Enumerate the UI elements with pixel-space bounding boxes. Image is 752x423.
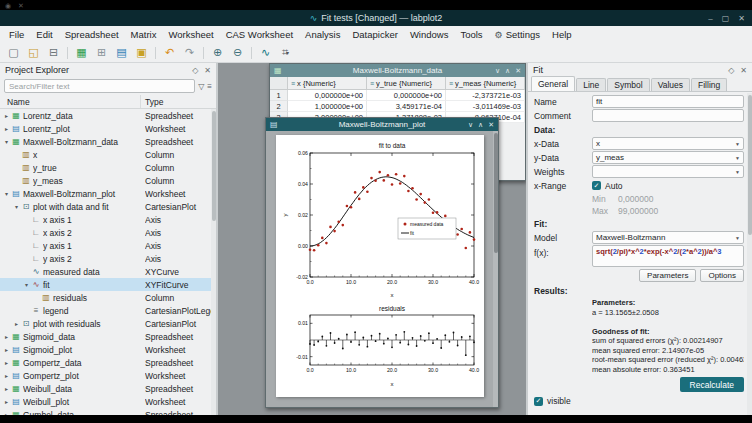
- menu-worksheet[interactable]: Worksheet: [162, 26, 219, 43]
- tree-item-fit[interactable]: ▾∿fitXYFitCurve: [0, 278, 216, 291]
- formula-field[interactable]: sqrt(2/pi)*x^2*exp(-x^2/(2*a^2))/a^3: [592, 245, 744, 267]
- column-header-y-true[interactable]: ≡y_true {Numeric}: [367, 77, 446, 90]
- column-header-type[interactable]: Type: [141, 97, 216, 107]
- tree-expander-icon[interactable]: ▸: [12, 320, 21, 327]
- new-worksheet-button[interactable]: ▤: [112, 44, 131, 61]
- restore-icon[interactable]: ∧: [505, 67, 510, 75]
- tree-item-y-axis-2[interactable]: ∟y axis 2Axis: [0, 252, 216, 265]
- shade-icon[interactable]: ∨: [495, 67, 500, 75]
- filter-options-icon[interactable]: ≡: [207, 82, 212, 91]
- spreadsheet-cell[interactable]: 0,000000e+00: [288, 90, 367, 101]
- search-input[interactable]: [4, 79, 195, 93]
- tree-item-plot-with-data-and-fit[interactable]: ▾⊡plot with data and fitCartesianPlot: [0, 200, 216, 213]
- spreadsheet-window-titlebar[interactable]: ▦ Maxwell-Boltzmann_data ∨∧✕: [270, 64, 525, 77]
- maximize-icon[interactable]: ▢: [722, 14, 730, 23]
- parameters-button[interactable]: Parameters: [639, 269, 696, 282]
- zoom-in-button[interactable]: ⊕: [208, 44, 227, 61]
- new-matrix-button[interactable]: ⊞: [92, 44, 111, 61]
- tree-item-measured-data[interactable]: ∿measured dataXYCurve: [0, 265, 216, 278]
- row-number[interactable]: 2: [270, 101, 288, 112]
- float-dock-icon[interactable]: ◇: [728, 66, 734, 75]
- tree-item-sigmoid-data[interactable]: ▸▦Sigmoid_dataSpreadsheet: [0, 330, 216, 343]
- menu-help[interactable]: Help: [546, 26, 578, 43]
- cartesian-plot-button[interactable]: ∿: [256, 44, 275, 61]
- tree-expander-icon[interactable]: ▸: [2, 125, 11, 132]
- close-icon[interactable]: ✕: [738, 14, 745, 23]
- redo-button[interactable]: ↷: [180, 44, 199, 61]
- tree-expander-icon[interactable]: ▾: [2, 190, 11, 197]
- menu-analysis[interactable]: Analysis: [299, 26, 346, 43]
- tree-expander-icon[interactable]: ▸: [2, 112, 11, 119]
- name-field[interactable]: [592, 95, 744, 108]
- window-titlebar[interactable]: ∿ Fit tests [Changed] — labplot2 –▢✕: [0, 10, 752, 26]
- tree-item-maxwell-boltzmann-data[interactable]: ▾▦Maxwell-Boltzmann_dataSpreadsheet: [0, 135, 216, 148]
- close-dock-icon[interactable]: ✕: [204, 66, 211, 75]
- zoom-out-button[interactable]: ⊖: [228, 44, 247, 61]
- close-icon[interactable]: ✕: [488, 121, 494, 129]
- recalculate-button[interactable]: Recalculate: [680, 377, 744, 392]
- spreadsheet-cell[interactable]: -3,011469e-03: [446, 101, 525, 112]
- spreadsheet-cell[interactable]: 0,000000e+00: [367, 90, 446, 101]
- column-header-x[interactable]: ≡x {Numeric}: [288, 77, 367, 90]
- spreadsheet-cell[interactable]: 3,459171e-04: [367, 101, 446, 112]
- worksheet-window[interactable]: ▤ Maxwell-Boltzmann_plot ∨∧✕ fit to data…: [265, 117, 499, 408]
- tree-column-headers[interactable]: Name Type: [0, 95, 216, 109]
- tree-expander-icon[interactable]: ▸: [2, 385, 11, 392]
- tree-expander-icon[interactable]: ▸: [2, 398, 11, 405]
- new-note-button[interactable]: ▣: [132, 44, 151, 61]
- tab-symbol[interactable]: Symbol: [607, 78, 649, 91]
- tree-expander-icon[interactable]: ▸: [2, 333, 11, 340]
- tree-item-maxwell-boltzmann-plot[interactable]: ▾▤Maxwell-Boltzmann_plotWorksheet: [0, 187, 216, 200]
- row-number[interactable]: 1: [270, 90, 288, 101]
- tree-expander-icon[interactable]: ▾: [2, 138, 11, 145]
- tree-expander-icon[interactable]: ▾: [12, 203, 21, 210]
- tree-item-gumbel-data[interactable]: ▸▦Gumbel_dataSpreadsheet: [0, 408, 216, 415]
- tree-item-weibull-data[interactable]: ▸▦Weibull_dataSpreadsheet: [0, 382, 216, 395]
- tree-item-x-axis-1[interactable]: ∟x axis 1Axis: [0, 213, 216, 226]
- tree-item-lorentz-plot[interactable]: ▸▤Lorentz_plotWorksheet: [0, 122, 216, 135]
- tree-item-sigmoid-plot[interactable]: ▸▤Sigmoid_plotWorksheet: [0, 343, 216, 356]
- close-icon[interactable]: ✕: [515, 67, 521, 75]
- tree-item-weibull-plot[interactable]: ▸▤Weibull_plotWorksheet: [0, 395, 216, 408]
- visible-checkbox[interactable]: ✓: [534, 397, 543, 406]
- menu-matrix[interactable]: Matrix: [125, 26, 163, 43]
- tab-values[interactable]: Values: [651, 78, 690, 91]
- tree-item-gompertz-plot[interactable]: ▸▤Gompertz_plotWorksheet: [0, 369, 216, 382]
- tab-line[interactable]: Line: [576, 78, 606, 91]
- fit-plot[interactable]: fit to data0.010.020.030.040.0-0.020.000…: [280, 139, 480, 303]
- menu-spreadsheet[interactable]: Spreadsheet: [59, 26, 125, 43]
- tab-general[interactable]: General: [531, 76, 575, 91]
- menu-datapicker[interactable]: Datapicker: [346, 26, 403, 43]
- worksheet-window-titlebar[interactable]: ▤ Maxwell-Boltzmann_plot ∨∧✕: [266, 118, 498, 131]
- tree-expander-icon[interactable]: ▸: [2, 346, 11, 353]
- minimize-icon[interactable]: –: [708, 14, 712, 23]
- column-header-name[interactable]: Name: [0, 95, 141, 108]
- restore-icon[interactable]: ∧: [478, 121, 483, 129]
- save-project-button[interactable]: ⊟: [44, 44, 63, 61]
- tree-item-x[interactable]: ▥xColumn: [0, 148, 216, 161]
- shade-icon[interactable]: ∨: [468, 121, 473, 129]
- y-data-combobox[interactable]: y_meas ▼: [592, 151, 744, 164]
- tree-item-y-meas[interactable]: ▥y_measColumn: [0, 174, 216, 187]
- tree-expander-icon[interactable]: ▾: [22, 281, 31, 288]
- column-header-y-meas[interactable]: ≡y_meas {Numeric}: [446, 77, 525, 90]
- worksheet-view[interactable]: fit to data0.010.020.030.040.0-0.020.000…: [266, 131, 498, 407]
- spreadsheet-cell[interactable]: -2,373721e-03: [446, 90, 525, 101]
- spreadsheet-corner[interactable]: [270, 77, 288, 90]
- project-tree-scrollbar[interactable]: [211, 109, 216, 415]
- comment-field[interactable]: [592, 109, 744, 122]
- close-dock-icon[interactable]: ✕: [740, 66, 747, 75]
- tree-item-gompertz-data[interactable]: ▸▦Gompertz_dataSpreadsheet: [0, 356, 216, 369]
- open-project-button[interactable]: ◱: [24, 44, 43, 61]
- tree-item-x-axis-2[interactable]: ∟x axis 2Axis: [0, 226, 216, 239]
- menu-edit[interactable]: Edit: [30, 26, 58, 43]
- undo-button[interactable]: ↶: [160, 44, 179, 61]
- tree-item-plot-with-residuals[interactable]: ▸⊡plot with residualsCartesianPlot: [0, 317, 216, 330]
- auto-checkbox[interactable]: ✓: [592, 181, 601, 190]
- menu-file[interactable]: File: [3, 26, 30, 43]
- menu-cas-worksheet[interactable]: CAS Worksheet: [220, 26, 299, 43]
- tree-expander-icon[interactable]: ▸: [2, 372, 11, 379]
- fit-dock-scrollbar[interactable]: [747, 93, 752, 415]
- worksheet-scrollbar[interactable]: [493, 131, 498, 407]
- tree-item-y-axis-1[interactable]: ∟y axis 1Axis: [0, 239, 216, 252]
